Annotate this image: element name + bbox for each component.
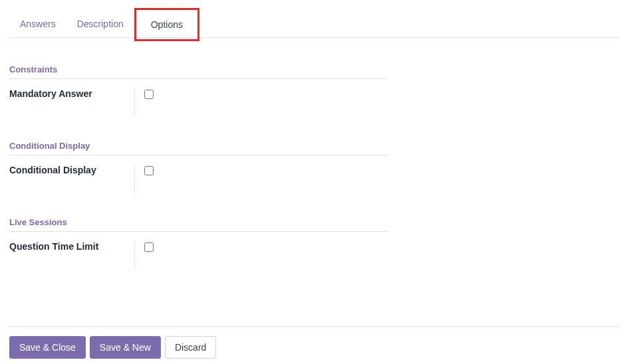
section-constraints: Constraints Mandatory Answer	[9, 64, 388, 117]
tab-options[interactable]: Options	[134, 8, 199, 41]
checkbox-question-time-limit[interactable]	[144, 242, 154, 252]
section-header-conditional-display: Conditional Display	[9, 141, 388, 155]
label-mandatory-answer: Mandatory Answer	[9, 88, 134, 99]
save-new-button[interactable]: Save & New	[90, 336, 161, 359]
field-question-time-limit: Question Time Limit	[9, 241, 388, 270]
label-conditional-display: Conditional Display	[9, 165, 134, 175]
section-conditional-display: Conditional Display Conditional Display	[9, 141, 388, 193]
section-live-sessions: Live Sessions Question Time Limit	[9, 217, 388, 270]
tab-bar: Answers Description Options	[9, 12, 620, 38]
field-conditional-display: Conditional Display	[9, 165, 388, 193]
checkbox-conditional-display[interactable]	[144, 166, 154, 175]
label-question-time-limit: Question Time Limit	[9, 241, 134, 252]
checkbox-mandatory-answer[interactable]	[144, 90, 154, 99]
save-close-button[interactable]: Save & Close	[9, 336, 86, 359]
footer-actions: Save & Close Save & New Discard	[9, 326, 620, 359]
field-mandatory-answer: Mandatory Answer	[9, 88, 388, 117]
section-header-live-sessions: Live Sessions	[9, 217, 388, 232]
tab-description[interactable]: Description	[66, 12, 134, 37]
section-header-constraints: Constraints	[9, 64, 388, 79]
discard-button[interactable]: Discard	[165, 336, 216, 359]
tab-answers[interactable]: Answers	[9, 12, 66, 37]
